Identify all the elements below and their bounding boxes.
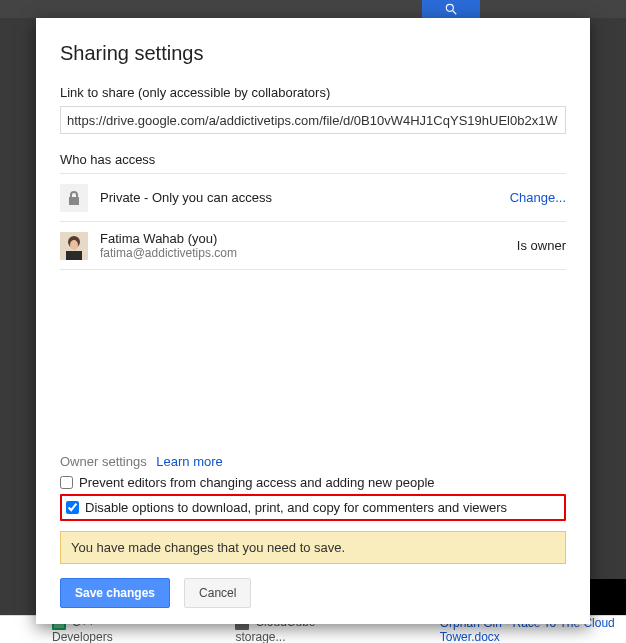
disable-download-checkbox[interactable] xyxy=(66,501,79,514)
svg-rect-5 xyxy=(66,251,82,260)
bg-dark-strip xyxy=(590,579,626,615)
disable-download-highlight: Disable options to download, print, and … xyxy=(60,494,566,521)
owner-row: Fatima Wahab (you) fatima@addictivetips.… xyxy=(60,222,566,270)
prevent-editors-label: Prevent editors from changing access and… xyxy=(79,475,435,490)
prevent-editors-checkbox[interactable] xyxy=(60,476,73,489)
search-button-bg xyxy=(422,0,480,18)
unsaved-changes-notice: You have made changes that you need to s… xyxy=(60,531,566,564)
disable-download-row[interactable]: Disable options to download, print, and … xyxy=(66,498,560,517)
privacy-text: Private - Only you can access xyxy=(100,190,510,205)
dialog-title: Sharing settings xyxy=(60,42,566,65)
sharing-settings-dialog: Sharing settings Link to share (only acc… xyxy=(36,18,590,624)
owner-email: fatima@addictivetips.com xyxy=(100,246,517,260)
privacy-row: Private - Only you can access Change... xyxy=(60,174,566,222)
owner-settings-line: Owner settings Learn more xyxy=(60,454,566,469)
share-link-input[interactable] xyxy=(60,106,566,134)
svg-point-0 xyxy=(446,4,453,11)
svg-line-1 xyxy=(453,11,457,15)
owner-name: Fatima Wahab (you) xyxy=(100,231,517,246)
owner-settings-label: Owner settings xyxy=(60,454,147,469)
search-icon xyxy=(444,2,458,16)
owner-role: Is owner xyxy=(517,238,566,253)
save-button[interactable]: Save changes xyxy=(60,578,170,608)
avatar xyxy=(60,232,88,260)
share-link-label: Link to share (only accessible by collab… xyxy=(60,85,566,100)
access-heading: Who has access xyxy=(60,152,566,167)
prevent-editors-row[interactable]: Prevent editors from changing access and… xyxy=(60,473,566,492)
lock-icon xyxy=(60,184,88,212)
cancel-button[interactable]: Cancel xyxy=(184,578,251,608)
dialog-buttons: Save changes Cancel xyxy=(60,578,566,608)
disable-download-label: Disable options to download, print, and … xyxy=(85,500,507,515)
learn-more-link[interactable]: Learn more xyxy=(156,454,222,469)
change-privacy-link[interactable]: Change... xyxy=(510,190,566,205)
svg-point-4 xyxy=(70,240,78,250)
app-topbar xyxy=(0,0,626,18)
owner-identity: Fatima Wahab (you) fatima@addictivetips.… xyxy=(100,231,517,260)
